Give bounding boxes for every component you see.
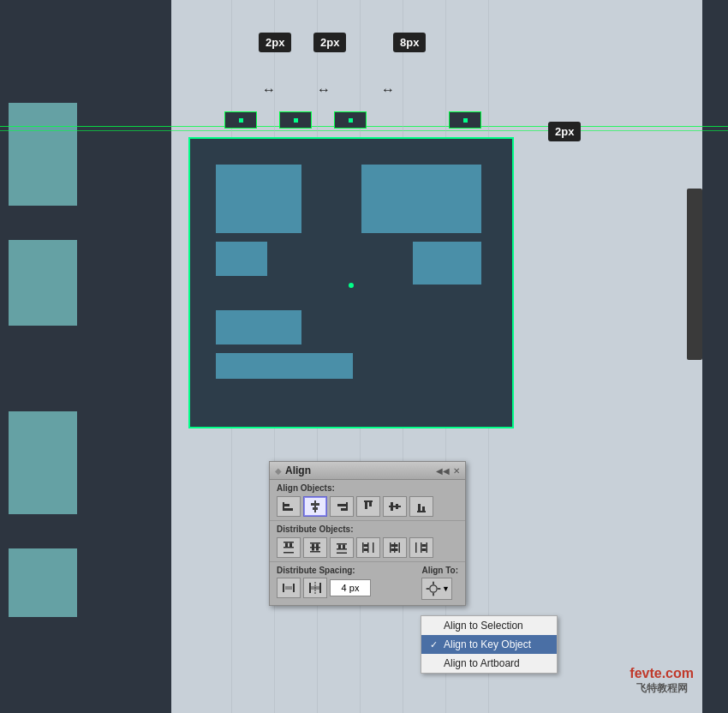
align-bottom-btn[interactable] xyxy=(409,496,433,517)
dist-bottom-btn[interactable] xyxy=(330,537,354,558)
panel-close-btn[interactable]: ✕ xyxy=(453,466,460,476)
svg-rect-23 xyxy=(310,542,320,544)
dim-tooltip-4: 2px xyxy=(548,122,581,141)
dist-center-btn[interactable] xyxy=(303,537,327,558)
selected-object-3[interactable] xyxy=(334,111,367,129)
svg-rect-13 xyxy=(391,502,393,511)
svg-rect-41 xyxy=(391,544,398,547)
svg-rect-45 xyxy=(427,542,428,553)
svg-rect-46 xyxy=(422,544,427,547)
svg-point-55 xyxy=(430,585,437,592)
align-top-btn[interactable] xyxy=(356,496,380,517)
sel-dot-2 xyxy=(294,118,298,123)
svg-rect-56 xyxy=(433,582,434,584)
dist-top-btn[interactable] xyxy=(277,537,301,558)
align-to-label: Align To: xyxy=(421,566,458,578)
dim-tooltip-2: 2px xyxy=(313,33,346,52)
panel-title-left: ◆ Align xyxy=(275,464,311,476)
align-to-dropdown: Align to Selection ✓ Align to Key Object… xyxy=(421,615,558,674)
svg-rect-42 xyxy=(391,548,398,551)
teal-block-1 xyxy=(9,103,77,206)
svg-rect-3 xyxy=(314,500,316,512)
svg-rect-25 xyxy=(310,551,320,553)
svg-rect-22 xyxy=(289,543,292,548)
svg-rect-4 xyxy=(311,503,319,506)
svg-rect-20 xyxy=(283,552,294,554)
distribute-objects-row xyxy=(270,536,465,561)
align-objects-row xyxy=(270,494,465,520)
svg-rect-31 xyxy=(338,545,341,549)
svg-rect-36 xyxy=(364,544,368,547)
watermark: fevte.com 飞特教程网 xyxy=(630,666,694,696)
dist-right-btn[interactable] xyxy=(409,537,433,558)
dropdown-item-selection[interactable]: Align to Selection xyxy=(421,616,557,635)
dist-left-btn[interactable] xyxy=(356,537,380,558)
svg-rect-28 xyxy=(337,543,347,545)
panel-diamond-icon: ◆ xyxy=(275,466,282,476)
svg-rect-10 xyxy=(365,502,367,509)
dropdown-item-key-object[interactable]: ✓ Align to Key Object xyxy=(421,635,557,654)
canvas: 2px 2px 8px 2px ↔ ↔ ↔ ↕ ◆ Align ◀◀ ✕ Ali… xyxy=(0,0,728,713)
sel-dot-4 xyxy=(463,118,468,123)
svg-rect-16 xyxy=(418,504,421,511)
svg-rect-15 xyxy=(417,511,426,512)
dropdown-label-key-object: Align to Key Object xyxy=(444,638,531,650)
svg-rect-2 xyxy=(284,508,293,511)
svg-rect-17 xyxy=(422,506,425,511)
svg-rect-21 xyxy=(285,543,288,548)
panel-collapse-btn[interactable]: ◀◀ xyxy=(436,466,450,476)
spacing-input[interactable]: 4 px xyxy=(330,579,371,596)
panel-titlebar: ◆ Align ◀◀ ✕ xyxy=(270,462,465,480)
align-center-v-btn[interactable] xyxy=(383,496,407,517)
art-shape-1 xyxy=(216,165,301,233)
svg-rect-37 xyxy=(364,548,368,551)
svg-rect-50 xyxy=(285,586,292,590)
watermark-site: fevte.com xyxy=(630,666,694,681)
dim-tooltip-1: 2px xyxy=(259,33,291,52)
svg-rect-6 xyxy=(346,502,348,511)
svg-rect-52 xyxy=(319,583,321,593)
svg-rect-57 xyxy=(433,593,434,596)
svg-rect-59 xyxy=(438,588,440,590)
svg-rect-19 xyxy=(283,547,294,548)
svg-rect-40 xyxy=(399,542,401,553)
align-objects-label: Align Objects: xyxy=(270,480,465,494)
selected-object-2[interactable] xyxy=(279,111,312,129)
svg-rect-49 xyxy=(293,584,295,592)
right-strip xyxy=(702,0,728,713)
align-right-btn[interactable] xyxy=(330,496,354,517)
svg-rect-48 xyxy=(283,584,284,592)
dropdown-item-artboard[interactable]: Align to Artboard xyxy=(421,654,557,673)
dist-spacing-btn-2[interactable] xyxy=(303,578,327,598)
arrow-h-2: ↔ xyxy=(317,82,331,98)
svg-rect-7 xyxy=(337,504,346,506)
svg-rect-51 xyxy=(309,583,311,593)
svg-rect-44 xyxy=(421,542,422,553)
watermark-cn: 飞特教程网 xyxy=(630,681,694,696)
arrow-h-1: ↔ xyxy=(262,82,276,98)
teal-block-2 xyxy=(9,240,77,326)
teal-block-3 xyxy=(9,411,77,514)
teal-block-4 xyxy=(9,548,77,617)
svg-rect-24 xyxy=(310,547,320,548)
dim-tooltip-3: 8px xyxy=(393,33,426,52)
svg-rect-30 xyxy=(337,553,347,554)
distribute-objects-label: Distribute Objects: xyxy=(270,521,465,536)
art-shape-5 xyxy=(361,165,481,233)
arrow-h-3: ↔ xyxy=(381,82,395,98)
svg-rect-33 xyxy=(362,542,364,553)
svg-rect-5 xyxy=(313,507,318,510)
svg-rect-18 xyxy=(283,542,294,543)
align-center-h-btn[interactable] xyxy=(303,496,327,517)
align-left-btn[interactable] xyxy=(277,496,301,517)
align-to-dropdown-btn[interactable]: ▼ xyxy=(421,578,452,600)
main-artwork xyxy=(188,137,514,428)
art-shape-3 xyxy=(216,310,301,345)
dist-spacing-btn-1[interactable] xyxy=(277,578,301,598)
svg-rect-35 xyxy=(373,542,374,553)
selected-object-1[interactable] xyxy=(224,111,257,129)
dist-center-v-btn[interactable] xyxy=(383,537,407,558)
art-shape-6 xyxy=(413,242,481,285)
selected-object-4[interactable] xyxy=(449,111,481,129)
align-panel: ◆ Align ◀◀ ✕ Align Objects: xyxy=(269,461,466,606)
